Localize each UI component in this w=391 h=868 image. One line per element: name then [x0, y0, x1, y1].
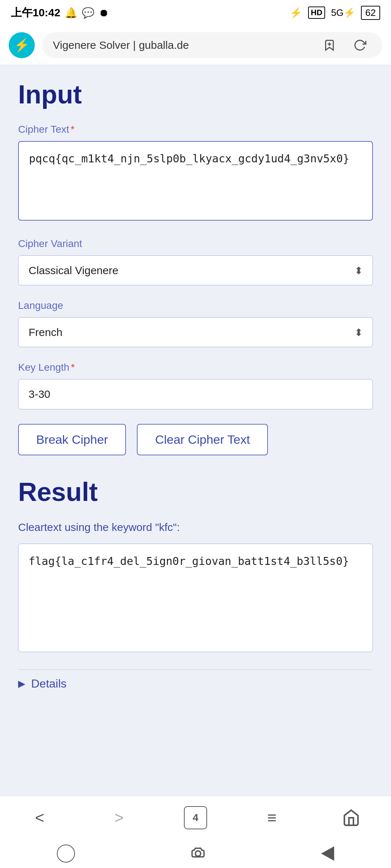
- wechat-icon: 💬: [82, 7, 94, 19]
- details-row[interactable]: ▶ Details: [18, 669, 373, 698]
- notification-icon: 🔔: [65, 7, 77, 19]
- language-label: Language: [18, 300, 373, 311]
- cipher-variant-label: Cipher Variant: [18, 238, 373, 250]
- svg-point-2: [196, 851, 201, 856]
- url-text: Vigenere Solver | guballa.de: [53, 39, 312, 51]
- system-nav-camera[interactable]: [189, 844, 207, 863]
- battery-icon: 62: [361, 6, 380, 20]
- refresh-icon[interactable]: [348, 34, 371, 57]
- status-bar: 上午10:42 🔔 💬 ⏺ ⚡ HD 5G⚡ 62: [0, 0, 391, 25]
- bluetooth-icon: ⚡: [290, 7, 302, 19]
- details-arrow-icon: ▶: [18, 678, 25, 689]
- cipher-variant-wrapper: Classical Vigenere Beaufort Cipher Varia…: [18, 255, 373, 285]
- record-icon: ⏺: [99, 7, 109, 19]
- tabs-button[interactable]: 4: [184, 806, 207, 829]
- details-label: Details: [31, 677, 67, 690]
- cipher-text-input[interactable]: [18, 141, 373, 221]
- action-buttons-row: Break Cipher Clear Cipher Text: [18, 424, 373, 455]
- key-length-label: Key Length*: [18, 362, 373, 373]
- language-field-group: Language French English German Spanish I…: [18, 300, 373, 347]
- home-button[interactable]: [337, 803, 366, 832]
- cipher-text-field-group: Cipher Text*: [18, 124, 373, 238]
- cipher-variant-field-group: Cipher Variant Classical Vigenere Beaufo…: [18, 238, 373, 285]
- clear-cipher-button[interactable]: Clear Cipher Text: [137, 424, 268, 455]
- break-cipher-button[interactable]: Break Cipher: [18, 424, 126, 455]
- page-content: Input Cipher Text* Cipher Variant Classi…: [0, 65, 391, 796]
- browser-bar: ⚡ Vigenere Solver | guballa.de: [0, 25, 391, 65]
- cipher-text-label: Cipher Text*: [18, 124, 373, 135]
- result-section-title: Result: [18, 477, 373, 507]
- key-length-field-group: Key Length*: [18, 362, 373, 424]
- status-right: ⚡ HD 5G⚡ 62: [290, 6, 380, 20]
- input-section-title: Input: [18, 80, 373, 109]
- bookmark-icon[interactable]: [318, 34, 341, 57]
- network-icon: 5G⚡: [331, 7, 355, 18]
- language-select[interactable]: French English German Spanish Italian: [18, 317, 373, 347]
- key-length-input[interactable]: [18, 379, 373, 409]
- browser-action-icons: [318, 34, 371, 57]
- forward-button[interactable]: >: [105, 803, 134, 832]
- back-button[interactable]: <: [25, 803, 54, 832]
- system-nav-circle[interactable]: [57, 844, 75, 863]
- url-bar[interactable]: Vigenere Solver | guballa.de: [42, 32, 382, 58]
- shield-icon: ⚡: [9, 32, 35, 58]
- language-wrapper: French English German Spanish Italian ⬍: [18, 317, 373, 347]
- result-textarea[interactable]: [18, 544, 373, 652]
- status-left: 上午10:42 🔔 💬 ⏺: [11, 5, 109, 20]
- menu-button[interactable]: ≡: [257, 803, 286, 832]
- result-subtitle: Cleartext using the keyword "kfc":: [18, 521, 373, 533]
- bottom-nav: < > 4 ≡: [0, 796, 391, 839]
- system-nav: [0, 839, 391, 868]
- result-section: Result Cleartext using the keyword "kfc"…: [18, 477, 373, 698]
- hd-icon: HD: [308, 7, 325, 19]
- system-nav-back[interactable]: [321, 846, 334, 861]
- status-time: 上午10:42: [11, 5, 60, 20]
- cipher-variant-select[interactable]: Classical Vigenere Beaufort Cipher Varia…: [18, 255, 373, 285]
